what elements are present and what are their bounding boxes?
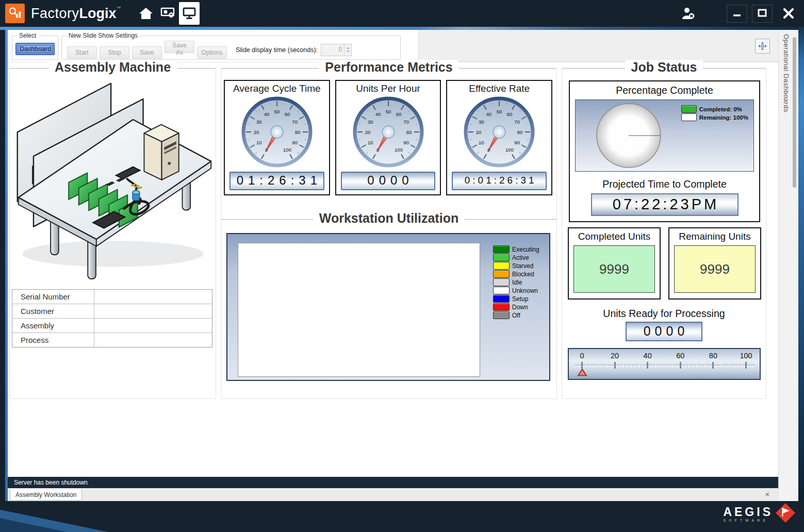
ruler-tick [598, 364, 599, 368]
legend-item: Off [493, 311, 539, 319]
ruler-tick [663, 364, 665, 368]
info-label: Customer [12, 304, 94, 318]
pan-arrows-icon[interactable] [755, 39, 770, 54]
svg-text:10: 10 [479, 140, 484, 145]
legend-swatch [493, 270, 510, 278]
tab-assembly-workstation[interactable]: Assembly Workstation [10, 489, 82, 501]
dashboard-button[interactable]: Dashboard [15, 43, 55, 55]
gauge-card: Units Per Hour01020304050607080901000000 [335, 80, 441, 195]
legend-label: Unknown [512, 287, 538, 294]
ruler-label: 20 [606, 352, 623, 360]
ruler-tick [720, 364, 722, 368]
units-row: Completed Units 9999 Remaining Units 999… [568, 227, 761, 300]
home-icon[interactable] [136, 2, 156, 25]
legend-item: Executing [493, 245, 539, 253]
pie-legend: Completed: 0%Remaining: 100% [681, 105, 748, 122]
save-button[interactable]: Save [132, 46, 162, 59]
ruler-tick [737, 364, 739, 368]
ruler-label: 100 [738, 352, 754, 360]
info-row: Serial Number [12, 290, 212, 304]
slideshow-controls: StartStopSaveSave AsOptions Slide displa… [62, 36, 400, 59]
remaining-units-card: Remaining Units 9999 [668, 227, 761, 300]
close-icon[interactable]: × [763, 490, 772, 498]
svg-text:40: 40 [264, 111, 270, 117]
slideshow-settings-icon[interactable] [157, 2, 178, 25]
brand-logix: Logix [79, 6, 117, 21]
ruler-label: 80 [705, 352, 721, 360]
info-value [94, 290, 212, 304]
gauge-title: Units Per Hour [336, 83, 440, 94]
info-label: Serial Number [12, 290, 94, 304]
user-signout-icon[interactable] [678, 2, 698, 25]
assembly-info-table: Serial NumberCustomerAssemblyProcess [12, 289, 212, 347]
legend-label: Idle [512, 279, 522, 286]
info-value [94, 333, 212, 347]
ruler-tick [638, 364, 640, 368]
ruler-tick [671, 364, 673, 368]
gauge-card: Effective Rate01020304050607080901000:01… [446, 80, 552, 195]
performance-panel-title: Performance Metrics [319, 60, 458, 75]
slideshow-group-label: New Slide Show Settings [66, 32, 140, 39]
legend-item: Down [493, 303, 539, 311]
units-ready-gauge: 020406080100 [568, 348, 761, 380]
projected-time-label: Projected Time to Complete [574, 178, 755, 190]
legend-swatch [493, 254, 510, 261]
maximize-button[interactable] [752, 5, 773, 23]
footer: AEGIS SOFTWARE [0, 501, 804, 532]
toolbar: Select Dashboard New Slide Show Settings… [8, 30, 778, 62]
legend-item: Active [493, 254, 539, 261]
svg-text:30: 30 [479, 119, 484, 125]
svg-text:10: 10 [368, 140, 373, 145]
titlebar-nav [136, 2, 201, 25]
select-group: Select Dashboard [12, 36, 58, 60]
assembly-machine-panel: Assembly Machine [9, 68, 216, 399]
main-area: Assembly Machine [8, 62, 778, 477]
ruler-label: 40 [639, 352, 656, 360]
completed-units-card: Completed Units 9999 [568, 227, 661, 300]
ruler-tick [622, 364, 624, 368]
svg-text:70: 70 [403, 119, 409, 125]
window-controls [722, 5, 800, 23]
ruler-tick [680, 362, 681, 369]
gauge-dial: 0102030405060708090100 [460, 94, 538, 171]
stop-button[interactable]: Stop [100, 46, 129, 59]
legend-label: Active [512, 254, 529, 261]
spinner-arrows-icon[interactable] [344, 44, 351, 56]
percentage-pie-panel: Completed: 0%Remaining: 100% [575, 99, 754, 172]
close-button[interactable] [777, 5, 800, 22]
gauge-counter: 01:26:31 [229, 172, 324, 190]
start-button[interactable]: Start [67, 46, 97, 59]
remaining-units-value: 9999 [674, 245, 756, 293]
svg-text:30: 30 [256, 119, 262, 125]
units-ready-display: 0000 [626, 322, 702, 341]
info-value [94, 319, 212, 332]
scrollbar-thumb[interactable] [793, 37, 796, 188]
operational-dashboards-tab[interactable]: Operational Dashboards [782, 34, 790, 112]
ruler-marker[interactable] [578, 369, 587, 376]
svg-text:20: 20 [476, 129, 482, 135]
brand-factory: Factory [31, 6, 79, 21]
brand-trademark: ™ [117, 6, 121, 11]
options-button[interactable]: Options [197, 46, 227, 59]
status-text: Server has been shutdown [14, 479, 88, 486]
svg-text:100: 100 [283, 147, 291, 153]
monitor-icon[interactable] [179, 2, 200, 25]
factorylogix-logo-icon [5, 4, 25, 23]
status-bar: Server has been shutdown [8, 477, 778, 488]
slide-time-input[interactable]: 0 [321, 44, 352, 56]
minimize-button[interactable] [727, 5, 747, 23]
select-group-label: Select [17, 32, 39, 39]
svg-text:90: 90 [515, 140, 520, 145]
legend-item: Blocked [493, 270, 539, 278]
svg-text:100: 100 [395, 147, 403, 153]
svg-text:40: 40 [375, 111, 381, 117]
legend-item: Unknown [493, 287, 539, 294]
ruler-tick [581, 362, 583, 369]
gauge-title: Effective Rate [447, 83, 551, 94]
job-status-panel-title: Job Status [625, 60, 703, 75]
gauge-dial: 0102030405060708090100 [238, 94, 316, 171]
svg-text:50: 50 [274, 109, 280, 114]
save-as-button[interactable]: Save As [165, 41, 194, 53]
completed-units-value: 9999 [573, 245, 655, 293]
aegis-brand: AEGIS [723, 506, 773, 518]
